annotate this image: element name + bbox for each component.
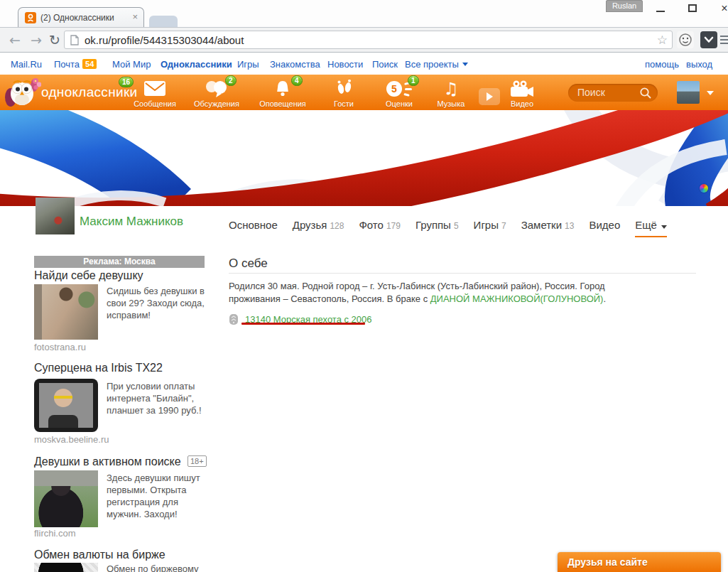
divider	[229, 273, 696, 274]
page-icon	[70, 35, 79, 48]
browser-toolbar: ← → ↻ ☆	[0, 27, 728, 53]
minimize-button[interactable]	[650, 1, 671, 16]
mailru-link-help[interactable]: помощь	[645, 59, 679, 70]
ok-search-input[interactable]	[577, 85, 639, 99]
theme-color-picker-icon[interactable]	[700, 184, 708, 193]
music-note-icon: ♫	[419, 80, 483, 98]
tab-main[interactable]: Основное	[229, 219, 278, 231]
ads-region-header: Реклама: Москва	[34, 256, 205, 268]
tab-title: (2) Одноклассники	[40, 13, 124, 23]
back-icon[interactable]: ←	[6, 31, 24, 49]
titlebar: Ruslan × (2) Одноклассники ×	[0, 0, 728, 27]
mailru-link-search[interactable]: Поиск	[372, 59, 398, 70]
user-menu-chevron-icon[interactable]	[707, 91, 714, 95]
okmenu-guests[interactable]: Гости	[312, 75, 376, 110]
tab-games[interactable]: Игры7	[474, 219, 506, 231]
tab-close-icon[interactable]: ×	[132, 12, 138, 22]
ad-title[interactable]: Найди себе девушку	[34, 269, 143, 282]
ad-text: Обмен по биржевому	[107, 563, 207, 572]
mailru-link-odnoklassniki[interactable]: Одноклассники	[161, 59, 232, 70]
svg-text:5: 5	[391, 83, 397, 95]
ad-photo[interactable]	[34, 379, 98, 432]
about-heading: О себе	[229, 257, 268, 271]
okmenu-discussions[interactable]: 2 Обсуждения	[185, 75, 249, 110]
profile-cover-banner	[0, 110, 728, 206]
ad-photo[interactable]	[34, 470, 98, 527]
ok-favicon-icon	[25, 12, 36, 26]
ok-owl-logo-icon[interactable]	[4, 76, 41, 112]
search-icon	[639, 87, 652, 99]
maximize-icon	[688, 4, 697, 12]
chevron-down-icon	[661, 225, 667, 229]
chevron-down-icon	[462, 63, 468, 66]
ad-link[interactable]: flirchi.com	[34, 528, 76, 539]
tab-video[interactable]: Видео	[589, 219, 620, 231]
marks-count-badge: 1	[408, 75, 419, 86]
spouse-link[interactable]: ДИАНОЙ МАЖНИКОВОЙ(ГОЛУНОВОЙ)	[430, 293, 604, 304]
ad-text: Сидишь без девушки в свои 29? Заходи сюд…	[107, 285, 207, 321]
ok-header: одноклассники 16 Сообщения 2 Обсуждения …	[0, 75, 728, 110]
maximize-button[interactable]	[682, 1, 703, 16]
discussions-count-badge: 2	[225, 75, 237, 86]
friends-online-bar[interactable]: Друзья на сайте	[558, 552, 721, 572]
chat-bubbles-icon	[185, 80, 249, 98]
tab-groups[interactable]: Группы5	[415, 219, 459, 231]
ad-title[interactable]: Суперцена на Irbis TX22	[34, 362, 163, 374]
ad-title[interactable]: Девушки в активном поиске	[34, 455, 181, 468]
mailru-link-moymir[interactable]: Мой Мир	[112, 59, 151, 70]
age-18-badge: 18+	[188, 455, 207, 467]
ad-photo[interactable]	[34, 563, 98, 572]
chrome-menu-icon[interactable]	[720, 36, 728, 46]
profile-name-link[interactable]: Максим Мажников	[80, 215, 183, 229]
messages-count-badge: 16	[119, 77, 134, 87]
close-button[interactable]: ×	[714, 1, 728, 16]
about-text: Родился 30 мая. Родной город – г. Усть-Л…	[229, 280, 655, 306]
ad-link[interactable]: moskva.beeline.ru	[34, 434, 109, 445]
profile-tabs: Основное Друзья128 Фото179 Группы5 Игры7…	[229, 219, 697, 240]
ad-title[interactable]: Обмен валюты на бирже	[34, 549, 165, 561]
chrome-profile-badge[interactable]: Ruslan	[606, 0, 643, 12]
footprints-icon	[312, 80, 376, 98]
okmenu-messages[interactable]: 16 Сообщения	[123, 75, 187, 110]
ad-text: При условии оплаты интернета "Билайн", п…	[107, 380, 207, 416]
forward-icon[interactable]: →	[27, 31, 45, 49]
browser-tab[interactable]: (2) Одноклассники ×	[18, 7, 144, 27]
okmenu-notifications[interactable]: 4 Оповещения	[251, 75, 315, 110]
bell-icon	[251, 80, 315, 98]
tab-photos[interactable]: Фото179	[359, 219, 401, 231]
browser-window: Ruslan × (2) Одноклассники × ← → ↻ ☆	[0, 0, 728, 572]
mailru-link-news[interactable]: Новости	[327, 59, 363, 70]
minimize-icon	[656, 11, 665, 12]
ok-search-box[interactable]	[568, 84, 658, 102]
mailru-link-mailru[interactable]: Mail.Ru	[11, 59, 42, 70]
tab-more[interactable]: Ещё	[635, 219, 667, 237]
notifications-count-badge: 4	[291, 75, 303, 86]
epaulette-icon	[229, 313, 239, 328]
ad-text: Здесь девушки пишут первыми. Открыта рег…	[107, 472, 207, 520]
mailru-link-all-projects[interactable]: Все проекты	[405, 59, 468, 70]
address-bar[interactable]: ☆	[64, 31, 673, 49]
url-input[interactable]	[85, 32, 646, 48]
new-tab-button[interactable]	[149, 16, 178, 27]
mail-count-badge: 54	[82, 59, 97, 69]
video-camera-icon	[490, 80, 554, 98]
tab-friends[interactable]: Друзья128	[293, 219, 344, 231]
bookmark-star-icon[interactable]: ☆	[657, 33, 668, 47]
extension-face-icon[interactable]	[677, 31, 694, 48]
mailru-link-mail[interactable]: Почта54	[54, 59, 97, 70]
ad-link[interactable]: fotostrana.ru	[34, 342, 86, 352]
ad-photo[interactable]	[34, 284, 98, 340]
extension-pocket-icon[interactable]	[700, 31, 717, 48]
profile-avatar[interactable]	[36, 198, 75, 234]
reload-icon[interactable]: ↻	[45, 31, 64, 49]
mailru-link-logout[interactable]: выход	[686, 59, 712, 70]
okmenu-video[interactable]: Видео	[490, 75, 554, 110]
mailru-navbar: Mail.Ru Почта54 Мой Мир Одноклассники Иг…	[0, 53, 728, 75]
header-user-avatar[interactable]	[677, 81, 700, 104]
red-annotation-underline	[241, 323, 365, 325]
okmenu-music[interactable]: ♫ Музыка	[419, 75, 483, 110]
mailru-link-dating[interactable]: Знакомства	[270, 59, 320, 70]
mailru-link-games[interactable]: Игры	[237, 59, 259, 70]
tab-notes[interactable]: Заметки13	[521, 219, 575, 231]
